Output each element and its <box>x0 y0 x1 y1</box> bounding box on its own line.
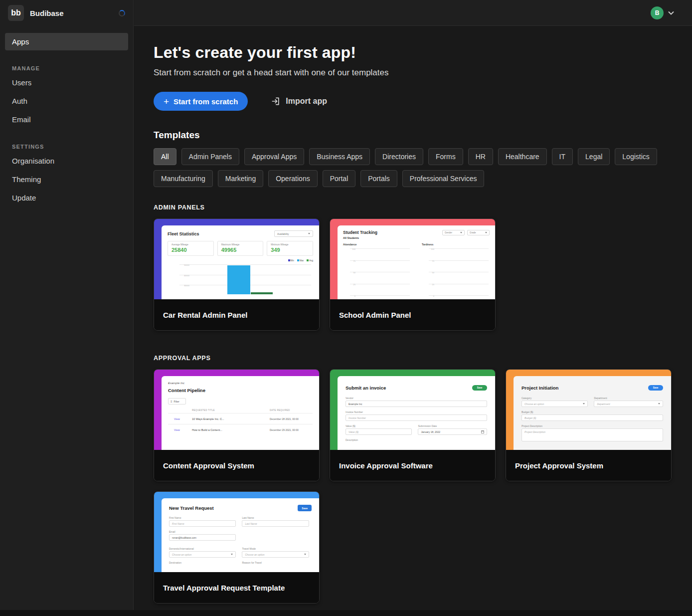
table-row: View 10 Ways Example Inc. C... December … <box>168 413 313 424</box>
filter-chip-marketing[interactable]: Marketing <box>218 170 263 187</box>
filter-chip-hr[interactable]: HR <box>468 148 493 165</box>
select-chevron-icon <box>308 233 310 234</box>
school-preview: Student Tracking All Students Gender Gra… <box>330 219 495 299</box>
import-icon <box>271 96 281 106</box>
filter-button: ≡Filter <box>168 398 186 405</box>
import-app-button[interactable]: Import app <box>271 96 327 106</box>
card-title: Travel Approval Request Template <box>154 572 319 603</box>
filter-chip-healthcare[interactable]: Healthcare <box>498 148 547 165</box>
value-field: Value ($) <box>346 428 412 435</box>
loading-spinner-icon <box>119 10 125 16</box>
filter-chip-portals[interactable]: Portals <box>360 170 397 187</box>
admin-panels-row: Fleet Statistics Availability Average Mi… <box>154 218 674 331</box>
main-content: Let's create your first app! Start from … <box>134 26 692 616</box>
car-rental-preview: Fleet Statistics Availability Average Mi… <box>154 219 319 299</box>
project-initiation-title: Project Initiation <box>521 385 558 391</box>
approval-apps-row: Example Inc Content Pipeline ≡Filter REQ… <box>154 369 674 604</box>
bar-max-mileage <box>227 265 250 294</box>
import-app-label: Import app <box>286 97 327 106</box>
bar-avg-mileage <box>251 292 273 294</box>
card-title: Car Rental Admin Panel <box>154 299 319 330</box>
availability-dropdown: Availability <box>274 230 313 237</box>
card-title: Content Approval System <box>154 450 319 481</box>
filter-icon: ≡ <box>171 400 173 403</box>
filter-chip-legal[interactable]: Legal <box>578 148 610 165</box>
filter-chip-it[interactable]: IT <box>552 148 573 165</box>
sidebar-item-update[interactable]: Update <box>0 189 133 207</box>
templates-heading: Templates <box>154 130 674 141</box>
section-approval-apps: APPROVAL APPS <box>154 355 674 362</box>
save-button: Save <box>298 505 312 511</box>
attendance-chart: Attendance 100 75 50 25 0 <box>343 243 411 295</box>
filter-chip-portal[interactable]: Portal <box>323 170 356 187</box>
travel-preview: New Travel Request Save First Name First… <box>154 492 319 572</box>
template-card-school[interactable]: Student Tracking All Students Gender Gra… <box>330 218 496 331</box>
start-from-scratch-label: Start from scratch <box>173 97 238 106</box>
user-avatar[interactable]: B <box>651 6 664 19</box>
sidebar-item-organisation[interactable]: Organisation <box>0 152 133 170</box>
template-filter-chips: All Admin Panels Approval Apps Business … <box>154 148 674 187</box>
submit-invoice-title: Submit an invoice <box>346 385 386 391</box>
sidebar-header: bb Budibase <box>0 0 133 26</box>
table-row: View How to Build a Content... December … <box>168 424 313 435</box>
department-select: Department <box>594 401 663 407</box>
topbar: B <box>134 0 692 26</box>
tardiness-chart: Tardiness 100 75 50 25 0 <box>422 243 490 295</box>
template-card-invoice-approval[interactable]: Submit an invoice Save Vendor Example In… <box>330 369 496 481</box>
last-name-field: Last Name <box>242 520 309 527</box>
filter-chip-manufacturing[interactable]: Manufacturing <box>154 170 213 187</box>
email-field: ronan@budibase.com <box>169 534 236 541</box>
card-title: Invoice Approval Software <box>330 450 495 481</box>
travel-mode-select: Choose an option <box>242 551 309 558</box>
filter-chip-business-apps[interactable]: Business Apps <box>309 148 370 165</box>
save-button: Save <box>472 385 487 391</box>
stat-maximum-mileage: Maximum Mileage 49965 <box>217 241 264 256</box>
filter-chip-logistics[interactable]: Logistics <box>615 148 657 165</box>
filter-chip-operations[interactable]: Operations <box>268 170 317 187</box>
template-card-car-rental[interactable]: Fleet Statistics Availability Average Mi… <box>154 218 320 331</box>
student-tracking-title: Student Tracking <box>343 230 377 235</box>
fleet-bar-chart: 50000 40000 30000 <box>168 263 313 293</box>
start-from-scratch-button[interactable]: + Start from scratch <box>154 92 248 111</box>
template-card-content-approval[interactable]: Example Inc Content Pipeline ≡Filter REQ… <box>154 369 320 481</box>
calendar-icon <box>481 430 484 433</box>
budget-field: Budget ($) <box>521 414 663 421</box>
sidebar-item-email[interactable]: Email <box>0 110 133 129</box>
section-admin-panels: ADMIN PANELS <box>154 204 674 211</box>
filter-chip-all[interactable]: All <box>154 148 176 165</box>
sidebar-item-users[interactable]: Users <box>0 73 133 92</box>
template-card-project-approval[interactable]: Project Initiation Save Category Choose … <box>506 369 672 481</box>
invoice-preview: Submit an invoice Save Vendor Example In… <box>330 370 495 450</box>
filter-chip-admin-panels[interactable]: Admin Panels <box>181 148 239 165</box>
card-title: School Admin Panel <box>330 299 495 330</box>
content-preview: Example Inc Content Pipeline ≡Filter REQ… <box>154 370 319 450</box>
submission-date-field: January 18, 2022 <box>418 428 487 435</box>
grade-dropdown: Grade <box>467 230 490 235</box>
brand-name: Budibase <box>30 9 113 17</box>
fleet-statistics-title: Fleet Statistics <box>168 231 199 236</box>
chart-legend: Min Max Avg <box>168 259 313 262</box>
stat-minimum-mileage: Minimum Mileage 349 <box>267 241 313 256</box>
action-buttons: + Start from scratch Import app <box>154 92 674 111</box>
filter-chip-professional-services[interactable]: Professional Services <box>402 170 485 187</box>
sidebar-item-apps[interactable]: Apps <box>5 33 128 50</box>
chevron-down-icon[interactable] <box>667 9 675 17</box>
invoice-number-field: Invoice Number <box>346 414 487 421</box>
save-button: Save <box>648 385 663 391</box>
new-travel-request-title: New Travel Request <box>169 505 214 511</box>
page-title: Let's create your first app! <box>154 43 674 62</box>
sidebar-section-manage: MANAGE <box>12 65 133 71</box>
sidebar: bb Budibase Apps MANAGE Users Auth Email… <box>0 0 134 616</box>
stat-average-mileage: Average Mileage 25840 <box>168 241 214 256</box>
filter-chip-directories[interactable]: Directories <box>375 148 423 165</box>
sidebar-item-auth[interactable]: Auth <box>0 92 133 110</box>
project-preview: Project Initiation Save Category Choose … <box>506 370 671 450</box>
filter-chip-approval-apps[interactable]: Approval Apps <box>244 148 304 165</box>
vendor-field: Example Inc <box>346 401 487 407</box>
content-pipeline-title: Content Pipeline <box>168 388 313 393</box>
template-card-travel-approval[interactable]: New Travel Request Save First Name First… <box>154 491 320 604</box>
category-select: Choose an option <box>521 401 588 407</box>
filter-chip-forms[interactable]: Forms <box>428 148 463 165</box>
sidebar-section-settings: SETTINGS <box>12 144 133 150</box>
sidebar-item-theming[interactable]: Theming <box>0 170 133 189</box>
